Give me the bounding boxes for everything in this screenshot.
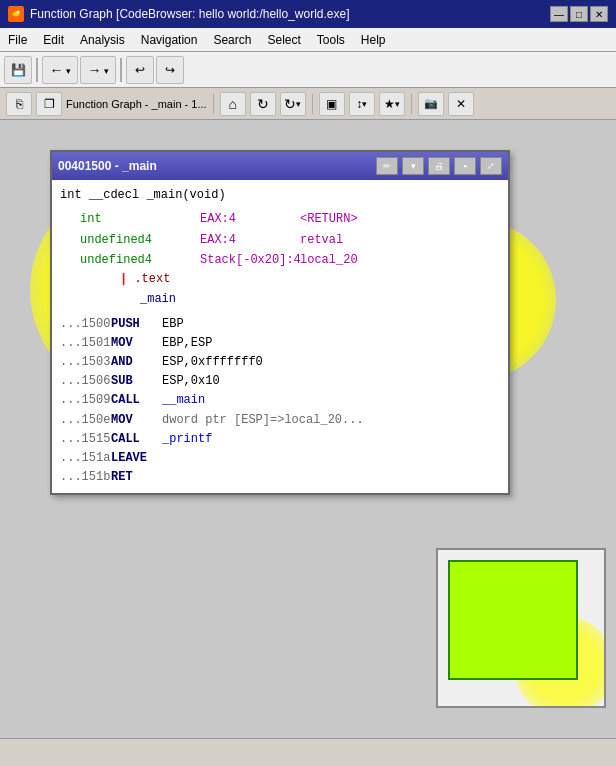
window-btn[interactable]: ▣	[319, 92, 345, 116]
asm-row-4: ...1509 CALL __main	[60, 391, 500, 410]
star-dropdown-icon	[395, 98, 400, 109]
edit-btn[interactable]: ✏	[376, 157, 398, 175]
window-icon: ▣	[326, 97, 337, 111]
asm-operand-5: dword ptr [ESP]=>local_20...	[162, 411, 364, 430]
asm-addr-0: ...1500	[60, 315, 105, 334]
close-panel-icon: ✕	[456, 97, 466, 111]
menu-analysis[interactable]: Analysis	[72, 28, 133, 51]
asm-addr-5: ...150e	[60, 411, 105, 430]
copy-btn-1[interactable]: ⎘	[6, 92, 32, 116]
param-row-2: undefined4 EAX:4 retval	[80, 230, 500, 250]
param2-name: retval	[300, 230, 343, 250]
param1-reg: EAX:4	[200, 209, 300, 229]
asm-mnemonic-3: SUB	[111, 372, 156, 391]
menu-edit[interactable]: Edit	[35, 28, 72, 51]
main-label-line: _main	[140, 290, 500, 309]
code-content: int __cdecl _main(void) int EAX:4 <RETUR…	[52, 180, 508, 493]
menu-select[interactable]: Select	[259, 28, 308, 51]
minimap[interactable]	[436, 548, 606, 708]
param3-reg: Stack[-0x20]:4	[200, 250, 300, 270]
text-label: .text	[134, 272, 170, 286]
close-panel-btn[interactable]: ✕	[448, 92, 474, 116]
asm-addr-8: ...151b	[60, 468, 105, 487]
save-icon	[11, 63, 26, 77]
home-btn[interactable]	[220, 92, 246, 116]
camera-btn[interactable]	[418, 92, 444, 116]
copy-icon-2: ❐	[44, 97, 55, 111]
param-table: int EAX:4 <RETURN> undefined4 EAX:4 retv…	[80, 209, 500, 309]
title-bar: Function Graph [CodeBrowser: hello world…	[0, 0, 616, 28]
back-button[interactable]	[42, 56, 78, 84]
param-row-3: undefined4 Stack[-0x20]:4 local_20	[80, 250, 500, 270]
forward-button[interactable]	[80, 56, 116, 84]
menu-help[interactable]: Help	[353, 28, 394, 51]
asm-mnemonic-5: MOV	[111, 411, 156, 430]
square-btn[interactable]: ▪	[454, 157, 476, 175]
asm-mnemonic-1: MOV	[111, 334, 156, 353]
main-label: _main	[140, 292, 176, 306]
code-window-header: 00401500 - _main ✏ ▾ 🖨 ▪ ⤢	[52, 152, 508, 180]
menu-navigation[interactable]: Navigation	[133, 28, 206, 51]
undo-icon	[135, 63, 145, 77]
forward-icon	[88, 62, 102, 78]
param2-type: undefined4	[80, 230, 200, 250]
refresh-dropdown-btn[interactable]	[280, 92, 306, 116]
asm-addr-4: ...1509	[60, 391, 105, 410]
param-row-1: int EAX:4 <RETURN>	[80, 209, 500, 229]
arrow-dropdown-btn[interactable]: ▾	[402, 157, 424, 175]
asm-mnemonic-0: PUSH	[111, 315, 156, 334]
main-area: 00401500 - _main ✏ ▾ 🖨 ▪ ⤢ in	[0, 120, 616, 738]
asm-row-2: ...1503 AND ESP,0xfffffff0	[60, 353, 500, 372]
expand-icon: ⤢	[487, 161, 495, 171]
param2-reg: EAX:4	[200, 230, 300, 250]
menu-search[interactable]: Search	[205, 28, 259, 51]
asm-addr-6: ...1515	[60, 430, 105, 449]
main-toolbar	[0, 52, 616, 88]
sub-toolbar-sep-3	[411, 94, 412, 114]
asm-mnemonic-2: AND	[111, 353, 156, 372]
nav-arrow-btn[interactable]	[349, 92, 375, 116]
pencil-icon: ✏	[383, 161, 391, 171]
sub-toolbar-label: Function Graph - _main - 1...	[66, 98, 207, 110]
print-icon: 🖨	[435, 161, 444, 171]
home-icon	[228, 96, 236, 112]
asm-operand-3: ESP,0x10	[162, 372, 220, 391]
asm-addr-3: ...1506	[60, 372, 105, 391]
asm-operand-4: __main	[162, 391, 205, 410]
close-window-button[interactable]: ✕	[590, 6, 608, 22]
refresh-btn-1[interactable]	[250, 92, 276, 116]
menu-tools[interactable]: Tools	[309, 28, 353, 51]
code-window: 00401500 - _main ✏ ▾ 🖨 ▪ ⤢ in	[50, 150, 510, 495]
text-label-line: | .text	[120, 270, 500, 289]
function-signature: int __cdecl _main(void)	[60, 186, 500, 205]
copy-icon-1: ⎘	[16, 97, 23, 111]
asm-section: ...1500 PUSH EBP ...1501 MOV EBP,ESP ...…	[60, 315, 500, 488]
expand-btn[interactable]: ⤢	[480, 157, 502, 175]
app-icon	[8, 6, 24, 22]
maximize-button[interactable]: □	[570, 6, 588, 22]
code-window-controls: ✏ ▾ 🖨 ▪ ⤢	[376, 157, 502, 175]
sub-toolbar: ⎘ ❐ Function Graph - _main - 1... ▣ ✕	[0, 88, 616, 120]
refresh-dropdown-icon	[296, 98, 301, 109]
param3-type: undefined4	[80, 250, 200, 270]
param3-name: local_20	[300, 250, 358, 270]
refresh-icon-1	[257, 96, 269, 112]
minimize-button[interactable]: —	[550, 6, 568, 22]
redo-button[interactable]	[156, 56, 184, 84]
asm-addr-1: ...1501	[60, 334, 105, 353]
asm-row-7: ...151a LEAVE	[60, 449, 500, 468]
print-btn[interactable]: 🖨	[428, 157, 450, 175]
menu-file[interactable]: File	[0, 28, 35, 51]
copy-btn-2[interactable]: ❐	[36, 92, 62, 116]
asm-mnemonic-8: RET	[111, 468, 156, 487]
asm-row-6: ...1515 CALL _printf	[60, 430, 500, 449]
refresh-icon-2	[284, 96, 296, 112]
asm-operand-0: EBP	[162, 315, 184, 334]
svg-point-1	[17, 11, 20, 14]
undo-button[interactable]	[126, 56, 154, 84]
star-btn[interactable]	[379, 92, 405, 116]
save-button[interactable]	[4, 56, 32, 84]
param1-name: <RETURN>	[300, 209, 358, 229]
sub-toolbar-sep-2	[312, 94, 313, 114]
asm-row-5: ...150e MOV dword ptr [ESP]=>local_20...	[60, 411, 500, 430]
